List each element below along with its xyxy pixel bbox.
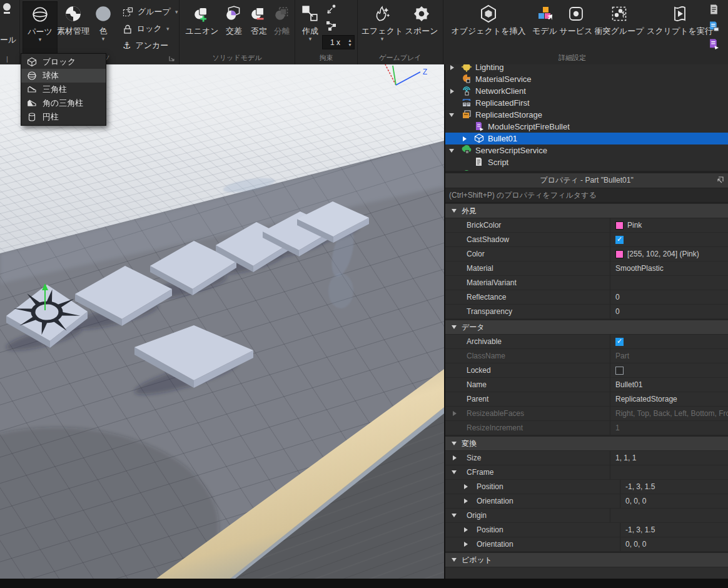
expand-icon[interactable]: [464, 484, 468, 489]
menu-item-corner-wedge[interactable]: 角の三角柱: [21, 96, 106, 110]
expand-icon[interactable]: [464, 542, 468, 547]
menu-item-block[interactable]: ブロック: [21, 55, 106, 69]
separate-icon: [273, 1, 291, 26]
material-manager-button[interactable]: 素材管理: [58, 1, 89, 36]
property-row-archivable[interactable]: Archivable: [445, 335, 728, 349]
run-script-button[interactable]: スクリプトを実行: [647, 1, 712, 36]
collapse-icon: [452, 558, 457, 562]
explorer-item-script[interactable]: Script: [445, 156, 728, 168]
explorer-item-serverscriptservice[interactable]: ServerScriptService: [445, 144, 728, 156]
module-script-icon[interactable]: [709, 39, 719, 50]
collision-groups-icon: [610, 1, 628, 26]
collapse-icon[interactable]: [449, 149, 454, 153]
union-button[interactable]: ユニオン: [185, 1, 220, 36]
section-appearance[interactable]: 外見: [445, 203, 728, 218]
expand-icon[interactable]: [464, 527, 468, 532]
create-constraint-icon: [301, 1, 320, 26]
constraint-details-icon[interactable]: [325, 19, 338, 32]
anchor-button[interactable]: ⚓ アンカー: [123, 40, 168, 51]
section-pivot[interactable]: ピボット: [445, 552, 728, 567]
service-button[interactable]: サービス: [560, 1, 592, 36]
parts-button[interactable]: パーツ ▾: [23, 1, 58, 54]
property-row-resizeablefaces[interactable]: ResizeableFaces Right, Top, Back, Left, …: [445, 407, 728, 421]
expand-icon[interactable]: [453, 455, 457, 460]
ribbon-group-constraints: 作成 ▾ 1 x ▲▼ 拘束: [296, 0, 356, 64]
property-row-materialvariant[interactable]: MaterialVariant: [445, 276, 728, 290]
explorer-item-replicatedstorage[interactable]: ReplicatedStorage: [445, 109, 728, 121]
expand-icon[interactable]: [450, 89, 454, 94]
effects-button[interactable]: エフェクト ▾: [361, 1, 403, 42]
property-row-castshadow[interactable]: CastShadow: [445, 233, 728, 247]
section-transform[interactable]: 変換: [445, 435, 728, 451]
property-row-reflectance[interactable]: Reflectance 0: [445, 290, 728, 305]
expand-icon[interactable]: [453, 411, 457, 416]
script-insert-stack: [709, 4, 719, 50]
property-row-name[interactable]: Name Bullet01: [445, 378, 728, 392]
menu-item-sphere[interactable]: 球体: [21, 69, 106, 83]
property-row-size[interactable]: Size 1, 1, 1: [445, 451, 728, 465]
create-constraint-button[interactable]: 作成 ▾: [298, 1, 323, 42]
property-row-brickcolor[interactable]: BrickColor Pink: [445, 218, 728, 233]
property-row-transparency[interactable]: Transparency 0: [445, 305, 728, 319]
properties-filter-input[interactable]: [445, 188, 728, 203]
color-button[interactable]: 色 ▾: [90, 1, 116, 42]
roblox-studio-window: ール | パーツ ▾ 素材管理: [0, 0, 728, 588]
explorer-item-modulescriptfirebullet[interactable]: ModuleScriptFireBullet: [445, 121, 728, 133]
property-row-origin[interactable]: Origin: [445, 509, 728, 523]
property-row-cframe-position[interactable]: Position -1, 3, 1.5: [445, 480, 728, 494]
tool-label-partial: ール: [0, 34, 16, 46]
checkbox-unchecked[interactable]: [615, 367, 624, 375]
collapse-icon[interactable]: [452, 470, 457, 474]
properties-title-bar[interactable]: プロパティ - Part "Bullet01": [445, 173, 728, 188]
checkbox-checked[interactable]: [615, 338, 624, 346]
dropdown-arrow-icon: ▾: [102, 36, 105, 42]
lock-button[interactable]: ロック▾: [123, 23, 169, 34]
collision-groups-button[interactable]: 衝突グループ: [592, 1, 646, 36]
color-swatch[interactable]: [615, 250, 624, 258]
attachment-icon[interactable]: [325, 3, 338, 16]
spawn-button[interactable]: スポーン: [404, 1, 439, 36]
expand-icon[interactable]: [463, 136, 467, 141]
property-row-color[interactable]: Color [255, 102, 204] (Pink): [445, 247, 728, 261]
material-service-icon: [462, 74, 472, 84]
property-row-material[interactable]: Material SmoothPlastic: [445, 261, 728, 276]
section-data[interactable]: データ: [445, 319, 728, 335]
float-panel-icon[interactable]: [716, 176, 724, 184]
local-script-icon[interactable]: [709, 21, 719, 33]
property-row-locked[interactable]: Locked: [445, 363, 728, 378]
insert-object-button[interactable]: オブジェクトを挿入: [447, 1, 530, 36]
expand-icon[interactable]: [464, 499, 468, 504]
checkbox-checked[interactable]: [615, 236, 624, 244]
menu-item-cylinder[interactable]: 円柱: [21, 110, 106, 124]
explorer-item-bullet01[interactable]: Bullet01: [445, 133, 728, 144]
explorer-item-materialservice[interactable]: MaterialService: [445, 73, 728, 85]
explorer-item-networkclient[interactable]: NetworkClient: [445, 85, 728, 97]
group-button[interactable]: グループ▾: [123, 6, 178, 18]
explorer-item-lighting[interactable]: Lighting: [445, 64, 728, 73]
property-row-cframe[interactable]: CFrame: [445, 465, 728, 480]
property-row-origin-position[interactable]: Position -1, 3, 1.5: [445, 523, 728, 537]
property-row-origin-orientation[interactable]: Orientation 0, 0, 0: [445, 537, 728, 552]
negate-button[interactable]: 否定: [248, 1, 270, 36]
spawn-icon: [412, 1, 431, 26]
ribbon-group-solid-modeling: ユニオン 交差 否定: [180, 0, 294, 64]
menu-item-wedge[interactable]: 三角柱: [21, 83, 106, 96]
dropdown-arrow-icon: ▾: [166, 26, 169, 32]
property-row-parent[interactable]: Parent ReplicatedStorage: [445, 392, 728, 407]
property-row-classname: ClassName Part: [445, 349, 728, 363]
separate-button[interactable]: 分離: [271, 1, 293, 36]
property-row-cframe-orientation[interactable]: Orientation 0, 0, 0: [445, 494, 728, 509]
spinner-arrows-icon[interactable]: ▲▼: [348, 38, 354, 47]
explorer-item-replicatedfirst[interactable]: ReplicatedFirst: [445, 97, 728, 109]
3d-viewport[interactable]: Z: [0, 64, 444, 579]
color-swatch[interactable]: [615, 221, 624, 230]
expand-icon[interactable]: [450, 65, 454, 70]
script-icon[interactable]: [709, 4, 719, 15]
constraint-scale-spinner[interactable]: 1 x ▲▼: [322, 35, 355, 49]
collapse-icon[interactable]: [449, 113, 454, 117]
dialog-launcher-icon[interactable]: [169, 56, 174, 61]
network-client-icon: [462, 86, 472, 96]
intersect-button[interactable]: 交差: [221, 1, 247, 36]
collapse-icon[interactable]: [452, 514, 457, 517]
model-button[interactable]: モデル: [531, 1, 559, 36]
